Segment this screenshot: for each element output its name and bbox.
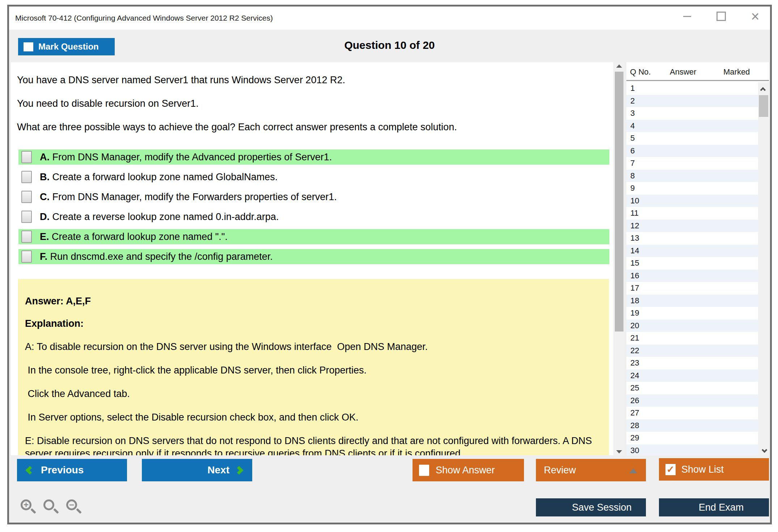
question-row[interactable]: 12 — [626, 220, 758, 232]
question-paragraph: You need to disable recursion on Server1… — [17, 97, 613, 110]
question-list-header: Q No. Answer Marked — [626, 62, 769, 81]
window-controls: × — [682, 12, 760, 21]
zoom-in-icon[interactable]: + — [20, 499, 37, 515]
zoom-controls: + − — [20, 499, 82, 515]
question-row[interactable]: 8 — [626, 170, 758, 182]
options-list: A. From DNS Manager, modify the Advanced… — [18, 149, 609, 264]
minimize-icon[interactable] — [682, 12, 692, 21]
explanation-paragraph: In the console tree, right-click the app… — [25, 364, 600, 377]
question-row[interactable]: 9 — [626, 182, 758, 195]
answer-option[interactable]: C. From DNS Manager, modify the Forwarde… — [18, 189, 609, 204]
option-checkbox[interactable] — [21, 171, 32, 183]
question-row[interactable]: 27 — [626, 407, 758, 419]
question-row[interactable]: 25 — [626, 382, 758, 394]
explanation-paragraph: A: To disable recursion on the DNS serve… — [25, 341, 600, 353]
triangle-up-icon — [629, 468, 637, 473]
answer-option[interactable]: D. Create a reverse lookup zone named 0.… — [18, 209, 609, 224]
question-list-panel: Q No. Answer Marked 12345678910111213141… — [626, 62, 769, 458]
show-list-checkbox[interactable]: ✓ — [665, 464, 676, 475]
question-row[interactable]: 23 — [626, 357, 758, 370]
answer-option[interactable]: F. Run dnscmd.exe and specify the /confi… — [18, 249, 609, 264]
title-bar: Microsoft 70-412 (Configuring Advanced W… — [9, 7, 770, 30]
option-text: From DNS Manager, modify the Forwarders … — [50, 191, 337, 203]
question-row[interactable]: 19 — [626, 307, 758, 320]
question-row[interactable]: 20 — [626, 320, 758, 332]
question-row[interactable]: 21 — [626, 332, 758, 345]
question-row[interactable]: 28 — [626, 419, 758, 432]
question-row[interactable]: 4 — [626, 120, 758, 132]
question-row[interactable]: 5 — [626, 132, 758, 145]
question-row[interactable]: 16 — [626, 270, 758, 282]
question-row[interactable]: 3 — [626, 107, 758, 120]
option-checkbox[interactable] — [21, 231, 32, 243]
next-button[interactable]: Next — [142, 459, 252, 481]
list-scroll-down-icon[interactable] — [758, 446, 769, 455]
header-bar: Mark Question Question 10 of 20 — [9, 30, 770, 62]
review-button[interactable]: Review — [536, 459, 646, 481]
next-label: Next — [207, 464, 229, 476]
scroll-down-icon[interactable] — [614, 448, 624, 455]
save-session-label: Save Session — [572, 502, 631, 513]
option-letter: A. — [40, 152, 50, 163]
explanation-lines: A: To disable recursion on the DNS serve… — [25, 341, 600, 455]
option-checkbox[interactable] — [21, 151, 32, 163]
question-row[interactable]: 15 — [626, 257, 758, 270]
option-checkbox[interactable] — [21, 250, 32, 263]
column-header-answer: Answer — [670, 67, 696, 77]
question-paragraph: You have a DNS server named Server1 that… — [17, 74, 613, 86]
question-row[interactable]: 7 — [626, 157, 758, 170]
question-row[interactable]: 17 — [626, 282, 758, 295]
previous-button[interactable]: Previous — [17, 459, 127, 481]
question-row[interactable]: 30 — [626, 444, 758, 457]
option-letter: D. — [40, 211, 50, 223]
answer-option[interactable]: A. From DNS Manager, modify the Advanced… — [18, 149, 609, 165]
question-row[interactable]: 18 — [626, 295, 758, 307]
question-row[interactable]: 6 — [626, 145, 758, 157]
question-row[interactable]: 13 — [626, 232, 758, 245]
question-row[interactable]: 1 — [626, 82, 758, 95]
question-row[interactable]: 22 — [626, 345, 758, 357]
question-row[interactable]: 26 — [626, 394, 758, 407]
question-row[interactable]: 29 — [626, 432, 758, 444]
column-header-qno: Q No. — [630, 67, 651, 77]
question-row[interactable]: 10 — [626, 195, 758, 207]
question-counter: Question 10 of 20 — [9, 39, 770, 51]
question-paragraph: What are three possible ways to achieve … — [17, 121, 613, 134]
show-list-label: Show List — [681, 464, 724, 475]
question-list-rows: 1234567891011121314151617181920212223242… — [626, 82, 758, 458]
answer-option[interactable]: E. Create a forward lookup zone named ".… — [18, 229, 609, 244]
explanation-paragraph: E: Disable recursion on DNS servers that… — [25, 435, 600, 455]
question-row[interactable]: 11 — [626, 207, 758, 220]
question-area: You have a DNS server named Server1 that… — [11, 62, 613, 455]
question-list-scrollbar[interactable] — [758, 82, 769, 458]
scroll-up-icon[interactable] — [614, 62, 624, 69]
option-letter: B. — [40, 172, 50, 183]
question-row[interactable]: 24 — [626, 370, 758, 382]
list-scroll-up-icon[interactable] — [758, 84, 769, 94]
main-scrollbar-thumb[interactable] — [615, 72, 623, 332]
answer-explanation-box: Answer: A,E,F Explanation: A: To disable… — [18, 279, 609, 455]
show-answer-button[interactable]: Show Answer — [413, 459, 524, 481]
option-checkbox[interactable] — [21, 211, 32, 223]
app-window: Microsoft 70-412 (Configuring Advanced W… — [7, 5, 772, 524]
save-session-button[interactable]: Save Session — [536, 498, 646, 516]
column-header-marked: Marked — [723, 67, 750, 77]
answer-option[interactable]: B. Create a forward lookup zone named Gl… — [18, 169, 609, 185]
explanation-paragraph: Click the Advanced tab. — [25, 388, 600, 400]
end-exam-label: End Exam — [699, 502, 744, 513]
option-letter: F. — [40, 251, 47, 262]
show-list-button[interactable]: ✓ Show List — [659, 458, 769, 481]
explanation-title: Explanation: — [25, 318, 600, 329]
search-icon[interactable] — [43, 499, 59, 515]
zoom-out-icon[interactable]: − — [65, 499, 82, 515]
show-answer-checkbox[interactable] — [419, 465, 429, 476]
option-text: Create a reverse lookup zone named 0.in-… — [50, 211, 279, 223]
question-row[interactable]: 14 — [626, 245, 758, 257]
option-checkbox[interactable] — [21, 191, 32, 203]
close-icon[interactable]: × — [750, 12, 760, 21]
question-row[interactable]: 2 — [626, 95, 758, 107]
end-exam-button[interactable]: End Exam — [659, 498, 769, 516]
maximize-icon[interactable] — [716, 12, 726, 21]
main-scrollbar[interactable] — [614, 62, 624, 455]
list-scrollbar-thumb[interactable] — [759, 95, 768, 117]
